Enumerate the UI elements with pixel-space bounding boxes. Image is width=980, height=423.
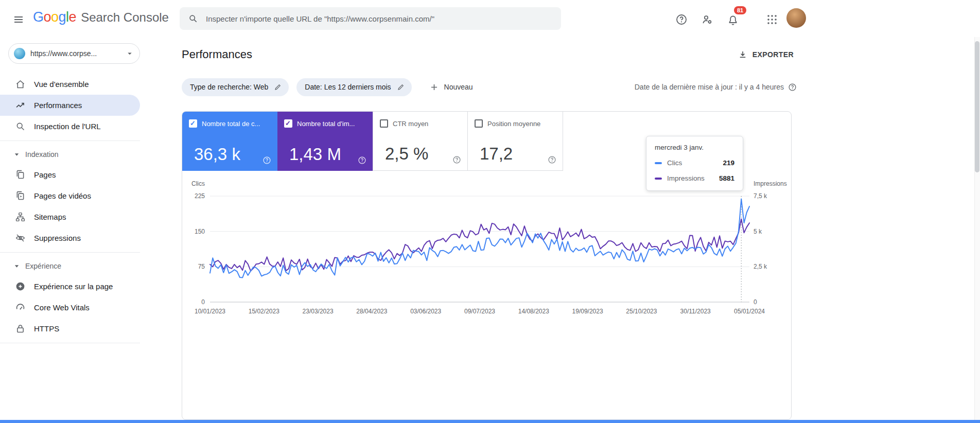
search-input[interactable] — [205, 14, 553, 24]
page-title: Performances — [182, 48, 252, 61]
sidebar-item-label: Sitemaps — [34, 213, 66, 221]
svg-text:2,5 k: 2,5 k — [754, 263, 767, 270]
metric-tile-total-impressions[interactable]: Nombre total d'im... 1,43 M — [277, 112, 373, 171]
bell-icon — [727, 14, 739, 27]
export-button[interactable]: EXPORTER — [735, 49, 797, 60]
sidebar-item-video-pages[interactable]: Pages de vidéos — [0, 185, 140, 206]
notifications-button[interactable]: 81 — [725, 12, 741, 29]
svg-text:09/07/2023: 09/07/2023 — [464, 308, 495, 315]
google-apps-button[interactable] — [764, 11, 780, 28]
section-title: Indexation — [25, 150, 59, 158]
svg-text:15/02/2023: 15/02/2023 — [249, 308, 279, 315]
home-icon — [15, 79, 26, 90]
sidebar-item-label: Performances — [34, 101, 82, 110]
sidebar-item-overview[interactable]: Vue d'ensemble — [0, 74, 140, 95]
google-logo-letter: g — [59, 9, 66, 25]
sidebar-item-core-web-vitals[interactable]: Core Web Vitals — [0, 297, 140, 318]
scrollbar-thumb[interactable] — [975, 41, 979, 172]
property-selector[interactable]: https://www.corpse... — [8, 43, 140, 64]
svg-text:05/01/2024: 05/01/2024 — [734, 308, 765, 315]
metric-label: Nombre total de c... — [202, 120, 260, 128]
google-logo-letter: o — [44, 9, 51, 25]
sidebar-item-label: HTTPS — [34, 324, 59, 333]
notification-badge: 81 — [734, 6, 746, 14]
checkbox[interactable] — [475, 119, 483, 128]
svg-text:30/11/2023: 30/11/2023 — [680, 308, 711, 315]
app-logo[interactable]: Google Search Console — [33, 9, 169, 25]
hamburger-icon — [12, 13, 25, 26]
tooltip-row-clicks: Clics 219 — [655, 159, 734, 167]
help-button[interactable] — [673, 11, 690, 28]
help-icon[interactable] — [358, 156, 366, 165]
sidebar-item-label: Core Web Vitals — [34, 303, 90, 312]
svg-text:03/06/2023: 03/06/2023 — [410, 308, 441, 315]
pencil-icon — [397, 83, 405, 91]
svg-text:150: 150 — [195, 228, 205, 235]
sidebar-item-https[interactable]: HTTPS — [0, 318, 140, 339]
caret-down-icon — [14, 263, 20, 269]
filter-chip-search-type[interactable]: Type de recherche: Web — [182, 78, 289, 96]
sidebar-section-indexation[interactable]: Indexation — [0, 145, 140, 164]
performance-chart[interactable]: 07515022502,5 k5 k7,5 kClicsImpressions1… — [182, 171, 791, 330]
metric-tile-total-clicks[interactable]: Nombre total de c... 36,3 k — [182, 112, 277, 171]
google-logo: Google — [33, 9, 76, 25]
pages-icon — [15, 169, 26, 180]
metric-value: 1,43 M — [289, 145, 341, 164]
help-icon[interactable] — [262, 156, 271, 165]
checkbox[interactable] — [189, 119, 197, 128]
sidebar-item-page-experience[interactable]: Expérience sur la page — [0, 276, 140, 297]
filter-chip-date[interactable]: Date: Les 12 derniers mois — [296, 78, 411, 96]
divider — [0, 140, 140, 141]
sidebar-item-label: Expérience sur la page — [34, 282, 113, 291]
metric-label: CTR moyen — [393, 120, 428, 128]
svg-text:Clics: Clics — [191, 180, 205, 187]
url-inspection-searchbar[interactable] — [180, 7, 561, 30]
chip-label: Date: Les 12 derniers mois — [305, 83, 391, 91]
sidebar-section-experience[interactable]: Expérience — [0, 256, 140, 276]
caret-down-icon — [14, 152, 20, 157]
sitemap-icon — [15, 212, 26, 222]
gauge-icon — [15, 302, 26, 313]
chevron-down-icon — [125, 49, 134, 58]
clicks-legend-dash — [655, 162, 662, 164]
menu-button[interactable] — [10, 11, 27, 28]
property-favicon-icon — [14, 48, 25, 59]
sidebar-item-label: Pages — [34, 170, 56, 179]
sidebar-item-label: Pages de vidéos — [34, 191, 91, 200]
export-label: EXPORTER — [752, 50, 794, 59]
sidebar-item-removals[interactable]: Suppressions — [0, 227, 140, 249]
property-label: https://www.corpse... — [30, 49, 120, 58]
tooltip-row-impressions: Impressions 5881 — [655, 174, 734, 182]
divider — [0, 343, 140, 343]
sidebar-item-performances[interactable]: Performances — [0, 95, 140, 116]
svg-text:225: 225 — [195, 192, 205, 200]
checkbox[interactable] — [284, 119, 292, 128]
metric-label: Nombre total d'im... — [297, 120, 355, 128]
sidebar-item-pages[interactable]: Pages — [0, 164, 140, 185]
svg-text:7,5 k: 7,5 k — [754, 192, 767, 200]
sidebar-item-label: Vue d'ensemble — [34, 80, 89, 89]
main-content: Performances EXPORTER Type de recherche:… — [140, 37, 980, 423]
sidebar-item-url-inspection[interactable]: Inspection de l'URL — [0, 116, 140, 137]
vertical-scrollbar[interactable] — [974, 37, 980, 423]
user-settings-icon — [701, 13, 713, 26]
help-icon[interactable] — [452, 155, 461, 164]
new-filter-button[interactable]: Nouveau — [426, 82, 476, 93]
metric-tile-avg-ctr[interactable]: CTR moyen 2,5 % — [373, 112, 468, 171]
filter-chips: Type de recherche: Web Date: Les 12 dern… — [182, 78, 476, 96]
checkbox[interactable] — [380, 119, 388, 128]
chart-tooltip: mercredi 3 janv. Clics 219 Impressions 5… — [646, 136, 743, 191]
account-avatar[interactable] — [786, 8, 806, 28]
user-settings-button[interactable] — [699, 11, 715, 28]
download-icon — [738, 50, 747, 59]
help-icon[interactable] — [548, 155, 556, 164]
svg-text:14/08/2023: 14/08/2023 — [518, 308, 549, 315]
chip-label: Type de recherche: Web — [190, 83, 268, 91]
trending-icon — [15, 100, 26, 111]
svg-text:28/04/2023: 28/04/2023 — [356, 308, 387, 315]
sidebar-item-sitemaps[interactable]: Sitemaps — [0, 206, 140, 227]
metric-tile-avg-position[interactable]: Position moyenne 17,2 — [468, 112, 563, 171]
help-icon[interactable] — [788, 83, 797, 92]
svg-text:19/09/2023: 19/09/2023 — [572, 308, 603, 315]
section-title: Expérience — [25, 262, 61, 270]
